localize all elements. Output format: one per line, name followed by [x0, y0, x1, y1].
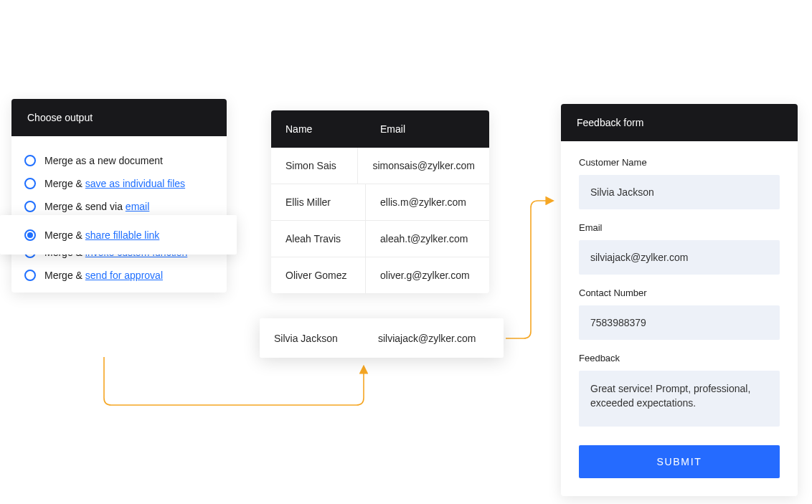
table-header-name: Name — [271, 110, 366, 148]
cell-email: ellis.m@zylker.com — [366, 184, 489, 220]
option-send-for-approval[interactable]: Merge & send for approval — [24, 264, 214, 287]
cell-name: Aleah Travis — [271, 221, 366, 257]
option-label: Merge & save as individual files — [44, 178, 185, 189]
feedback-form-title: Feedback form — [561, 104, 798, 141]
label-email: Email — [579, 222, 780, 233]
radio-icon — [24, 270, 36, 281]
submit-button[interactable]: SUBMIT — [579, 445, 780, 478]
radio-icon — [24, 201, 36, 212]
option-share-fillable-link[interactable]: Merge & share fillable link — [0, 215, 237, 255]
choose-output-title: Choose output — [11, 99, 227, 136]
radio-selected-icon — [24, 229, 36, 241]
cell-name: Oliver Gomez — [271, 257, 366, 293]
label-feedback: Feedback — [579, 353, 780, 363]
feedback-form-body: Customer Name Email Contact Number Feedb… — [561, 141, 798, 496]
table-header-email: Email — [366, 110, 489, 148]
cell-name: Silvia Jackson — [260, 333, 364, 344]
table-row[interactable]: Aleah Travis aleah.t@zylker.com — [271, 220, 489, 257]
label-customer-name: Customer Name — [579, 157, 780, 168]
table-row[interactable]: Oliver Gomez oliver.g@zylker.com — [271, 257, 489, 293]
option-label: Merge as a new document — [44, 155, 163, 166]
option-label: Merge & send via email — [44, 201, 149, 212]
cell-email: aleah.t@zylker.com — [366, 221, 489, 257]
option-merge-new-document[interactable]: Merge as a new document — [24, 149, 214, 172]
table-body: Simon Sais simonsais@zylker.com Ellis Mi… — [271, 148, 489, 293]
feedback-form-panel: Feedback form Customer Name Email Contac… — [561, 104, 798, 496]
table-row[interactable]: Simon Sais simonsais@zylker.com — [271, 148, 489, 184]
contact-number-field[interactable] — [579, 305, 780, 340]
cell-email: simonsais@zylker.com — [358, 148, 489, 184]
table-row[interactable]: Ellis Miller ellis.m@zylker.com — [271, 184, 489, 220]
data-table-panel: Name Email Simon Sais simonsais@zylker.c… — [271, 110, 489, 293]
option-label: Merge & share fillable link — [44, 229, 159, 241]
cell-name: Ellis Miller — [271, 184, 366, 220]
output-options-list: Merge as a new document Merge & save as … — [11, 136, 227, 293]
table-header: Name Email — [271, 110, 489, 148]
customer-name-field[interactable] — [579, 175, 780, 209]
radio-icon — [24, 178, 36, 189]
radio-icon — [24, 155, 36, 166]
choose-output-panel: Choose output Merge as a new document Me… — [11, 99, 227, 293]
table-row-highlighted[interactable]: Silvia Jackson silviajack@zylker.com — [260, 318, 504, 358]
cell-email: silviajack@zylker.com — [364, 333, 504, 344]
option-label: Merge & send for approval — [44, 270, 163, 281]
cell-email: oliver.g@zylker.com — [366, 257, 489, 293]
cell-name: Simon Sais — [271, 148, 358, 184]
feedback-field[interactable] — [579, 371, 780, 427]
label-contact-number: Contact Number — [579, 287, 780, 298]
option-save-individual-files[interactable]: Merge & save as individual files — [24, 172, 214, 195]
email-field[interactable] — [579, 240, 780, 275]
